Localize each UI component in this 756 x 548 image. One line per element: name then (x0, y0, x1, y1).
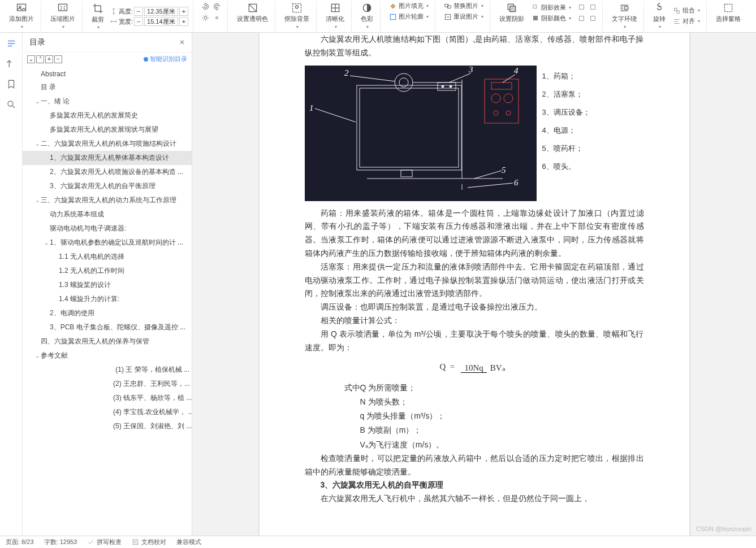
shadow-effect-button[interactable]: 阴影效果 (530, 3, 573, 12)
spell-check[interactable]: 拼写检查 (87, 538, 122, 546)
toc-item[interactable]: (2) 王忠群、王利民等，... (23, 377, 192, 391)
toc-item[interactable]: Abstract (23, 68, 192, 80)
search-icon[interactable] (6, 99, 16, 110)
toc-item[interactable]: (3) 钱东平、杨欣等，植 ... (23, 391, 192, 405)
crop-button[interactable]: 裁剪 (89, 2, 106, 31)
shadow-button[interactable]: 设置阴影 (497, 1, 526, 24)
toc-item[interactable]: 1.2 无人机的工作时间 (23, 264, 192, 278)
toc-item[interactable]: 1、驱动电机参数的确定以及巡航时间的计 ... (23, 236, 192, 250)
svg-point-26 (8, 101, 13, 106)
toc-item[interactable]: 3、六旋翼农用无人机的自平衡原理 (23, 179, 192, 193)
align-button[interactable]: 对齐 (671, 16, 702, 26)
toc-list[interactable]: Abstract目 录一、绪 论多旋翼农用无人机的发展简史多旋翼农用无人机的发展… (23, 66, 192, 536)
toc-item[interactable]: (1) 王 荣等，植保机械 ... (23, 363, 192, 377)
toc-item[interactable]: 驱动电动机与电子调速器: (23, 221, 192, 236)
bookmark-icon[interactable] (6, 79, 16, 89)
collapse-all-button[interactable]: ⌄ (27, 55, 35, 63)
reset-image-button[interactable]: 重设图片 (442, 12, 485, 21)
outline-icon[interactable] (6, 38, 16, 49)
toc-item[interactable]: 1.3 螺旋桨的设计 (23, 278, 192, 292)
svg-text:3: 3 (468, 66, 473, 74)
toc-item[interactable]: 二、六旋翼农用无人机的机体与喷施结构设计 (23, 137, 192, 151)
svg-point-43 (506, 111, 511, 115)
toc-arrow-icon[interactable] (6, 59, 16, 69)
svg-line-46 (315, 108, 356, 122)
width-value[interactable]: 15.14厘米 (144, 17, 178, 26)
svg-rect-17 (533, 16, 538, 20)
svg-point-42 (494, 111, 498, 115)
toc-item[interactable]: 1.4 螺旋升力的计算: (23, 292, 192, 306)
image-outline-button[interactable]: 图片轮廓 (387, 12, 430, 21)
legend-item: 1、药箱； (542, 71, 590, 81)
toc-item[interactable]: 动力系统基本组成 (23, 207, 192, 221)
legend-item: 6、喷头。 (542, 162, 590, 172)
toc-item[interactable]: (4) 李宝筏.农业机械学， ... (23, 405, 192, 419)
shadow-nudge-1[interactable] (576, 2, 586, 12)
brightness-up-icon[interactable] (200, 12, 210, 23)
svg-line-50 (449, 73, 470, 82)
expand-all-button[interactable]: ˄ (36, 55, 44, 63)
compress-image-button[interactable]: 压缩图片 (48, 1, 77, 31)
replace-image-button[interactable]: 替换图片 (442, 1, 485, 11)
word-count[interactable]: 字数: 12953 (44, 538, 77, 546)
toolbar: 添加图片 压缩图片 裁剪 高度: − 12.35厘米 + (0, 0, 756, 33)
document-area[interactable]: 六旋翼农用无人机喷施结构如下图（简图）,是由药箱、活塞泵、传感器、喷射部件和电子… (192, 33, 756, 536)
svg-text:4: 4 (514, 66, 519, 75)
width-inc[interactable]: + (179, 17, 188, 26)
toc-item[interactable]: (5) 王保国、刘淑艳、刘 ... (23, 419, 192, 433)
group-button[interactable]: 组合 (671, 6, 702, 15)
shadow-nudge-2[interactable] (587, 2, 598, 12)
legend-item: 3、调压设备； (542, 107, 590, 118)
level-up-button[interactable]: + (45, 55, 53, 63)
formula-definitions: 式中Q 为所需喷量； N 为喷头数； q 为喷头排量（m³/s）； B 为喷副（… (329, 381, 644, 452)
height-inc[interactable]: + (179, 7, 188, 16)
compat-mode[interactable]: 兼容模式 (176, 538, 201, 546)
sharpen-button[interactable]: 清晰化 (323, 1, 347, 31)
level-down-button[interactable]: − (54, 55, 62, 63)
height-value[interactable]: 12.35厘米 (144, 7, 178, 16)
toc-item[interactable]: 四、六旋翼农用无人机的保养与保管 (23, 334, 192, 349)
proofread[interactable]: 文档校对 (132, 538, 166, 546)
svg-point-29 (395, 73, 413, 92)
add-image-button[interactable]: 添加图片 (7, 1, 36, 31)
close-icon[interactable]: ✕ (179, 38, 185, 46)
toc-item[interactable]: 参考文献 (23, 349, 192, 363)
shadow-nudge-4[interactable] (587, 14, 598, 24)
image-fill-button[interactable]: 图片填充 (387, 1, 430, 11)
toc-item[interactable]: 1.1 无人机电机的选择 (23, 250, 192, 264)
wrap-icon (619, 2, 630, 14)
height-dec[interactable]: − (134, 7, 143, 16)
width-dec[interactable]: − (134, 17, 143, 26)
toc-item[interactable]: 2、电调的使用 (23, 306, 192, 320)
left-strip (0, 33, 23, 536)
smart-toc-button[interactable]: 智能识别目录 (144, 55, 187, 63)
remove-bg-button[interactable]: 抠除背景 (282, 1, 312, 31)
rotate-right-icon[interactable] (211, 1, 222, 11)
toc-item[interactable]: 1、六旋翼农用无人机整体基本构造设计 (23, 151, 192, 165)
select-pane-button[interactable]: 选择窗格 (714, 1, 743, 24)
toc-item[interactable]: 一、绪 论 (23, 94, 192, 108)
toc-item[interactable]: 多旋翼农用无人机的发展简史 (23, 108, 192, 123)
toc-item[interactable]: 目 录 (23, 80, 192, 94)
toc-panel: 目录 ✕ ⌄ ˄ + − 智能识别目录 Abstract目 录一、绪 论多旋翼农… (23, 33, 192, 536)
shadow-color-button[interactable]: 阴影颜色 (530, 14, 573, 23)
svg-line-48 (350, 76, 395, 81)
toc-item[interactable]: 三、六旋翼农用无人机的动力系统与工作原理 (23, 193, 192, 207)
toc-item[interactable]: 2、六旋翼农用无人机喷施设备的基本构造 ... (23, 165, 192, 179)
svg-rect-23 (674, 8, 677, 11)
toc-item[interactable]: 多旋翼农用无人机的发展现状与展望 (23, 123, 192, 137)
svg-rect-25 (724, 4, 732, 11)
page-indicator[interactable]: 页面: 8/23 (6, 538, 34, 546)
shadow-nudge-3[interactable] (576, 14, 586, 24)
transparent-color-button[interactable]: 设置透明色 (235, 1, 270, 24)
toc-title: 目录 (29, 37, 45, 47)
rotate-left-icon[interactable] (200, 1, 210, 11)
brightness-down-icon[interactable] (211, 12, 222, 23)
legend-item: 4、电源； (542, 125, 590, 136)
replace-icon (444, 2, 452, 10)
color-button[interactable]: 色彩 (358, 1, 375, 31)
outline-icon (389, 13, 397, 21)
rotate-button[interactable]: 旋转 (651, 1, 668, 31)
toc-item[interactable]: 3、PCB 电子集合板、陀螺仪、摄像及遥控 ... (23, 320, 192, 334)
text-wrap-button[interactable]: 文字环绕 (610, 1, 639, 31)
